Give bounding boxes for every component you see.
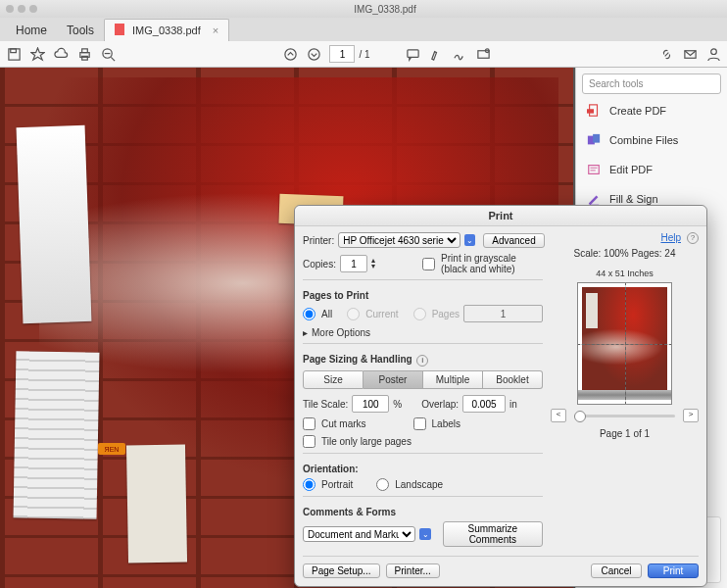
seg-poster[interactable]: Poster (364, 370, 423, 389)
printer-label: Printer: (303, 235, 334, 246)
zoom-out-icon[interactable] (100, 46, 116, 62)
tool-label: Combine Files (609, 134, 678, 146)
copies-input[interactable] (340, 255, 367, 272)
pages-all-label: All (321, 309, 332, 319)
tool-create-pdf[interactable]: Create PDF (582, 98, 721, 123)
search-tools-input[interactable]: Search tools (582, 74, 721, 94)
svg-rect-1 (115, 24, 124, 35)
preview-prev-button[interactable]: < (551, 409, 566, 422)
comment-icon[interactable] (406, 46, 421, 62)
save-icon[interactable] (6, 46, 22, 62)
more-options-label[interactable]: More Options (312, 327, 370, 338)
portrait-label: Portrait (321, 479, 353, 490)
tool-label: Fill & Sign (609, 193, 658, 205)
window-titlebar: IMG_0338.pdf (0, 0, 727, 18)
tool-edit-pdf[interactable]: Edit PDF (582, 157, 721, 182)
page-up-icon[interactable] (282, 46, 298, 62)
seg-multiple[interactable]: Multiple (423, 370, 483, 389)
svg-point-10 (285, 48, 296, 59)
person-icon[interactable] (705, 46, 721, 62)
cutmarks-label: Cut marks (321, 418, 366, 429)
min-dot[interactable] (18, 5, 25, 13)
star-icon[interactable] (29, 46, 45, 62)
page-total: / 1 (359, 49, 369, 60)
email-icon[interactable] (682, 46, 698, 62)
window-title: IMG_0338.pdf (354, 4, 415, 15)
print-icon[interactable] (76, 46, 92, 62)
help-info-icon[interactable]: ? (687, 232, 699, 244)
page-down-icon[interactable] (306, 46, 321, 62)
sizing-segment: Size Poster Multiple Booklet (303, 370, 543, 389)
svg-rect-21 (589, 166, 600, 174)
info-icon[interactable]: i (416, 355, 428, 367)
overlap-input[interactable] (462, 395, 506, 413)
tab-close-icon[interactable]: × (213, 24, 218, 36)
window-controls[interactable] (6, 5, 37, 13)
preview-slider[interactable] (574, 415, 675, 417)
menu-home[interactable]: Home (6, 20, 57, 41)
dialog-footer: Page Setup... Printer... Cancel Print (295, 559, 706, 586)
comments-chevron-icon[interactable]: ⌄ (419, 528, 431, 540)
cancel-button[interactable]: Cancel (591, 564, 642, 578)
copies-label: Copies: (303, 259, 336, 270)
graffiti-tag: ЯEN (98, 443, 125, 455)
svg-rect-5 (81, 48, 87, 52)
page-sizing-title: Page Sizing & Handling i (303, 354, 543, 367)
pages-current-radio (347, 308, 360, 320)
cloud-icon[interactable] (53, 46, 69, 62)
summarize-comments-button[interactable]: Summarize Comments (443, 521, 543, 547)
pages-range-input (463, 305, 543, 322)
percent-label: % (393, 399, 402, 410)
advanced-button[interactable]: Advanced (483, 233, 544, 248)
svg-point-16 (710, 48, 716, 54)
labels-checkbox[interactable] (413, 417, 426, 430)
link-icon[interactable] (658, 46, 674, 62)
tab-bar: Home Tools IMG_0338.pdf × (0, 18, 727, 41)
svg-rect-20 (593, 134, 600, 143)
svg-rect-3 (10, 48, 16, 52)
landscape-radio[interactable] (376, 478, 389, 491)
labels-label: Labels (432, 418, 460, 429)
stamp-icon[interactable] (476, 46, 492, 62)
close-dot[interactable] (6, 5, 14, 13)
highlight-icon[interactable] (429, 46, 445, 62)
grayscale-checkbox[interactable] (422, 258, 435, 270)
tileonly-checkbox[interactable] (303, 435, 315, 448)
cutmarks-checkbox[interactable] (303, 417, 315, 430)
comments-select[interactable]: Document and Markups (303, 526, 415, 542)
pages-range-radio (413, 308, 426, 320)
print-button[interactable]: Print (648, 564, 699, 578)
max-dot[interactable] (29, 5, 37, 13)
preview-next-button[interactable]: > (683, 409, 699, 422)
portrait-radio[interactable] (303, 478, 315, 491)
tile-scale-input[interactable] (352, 395, 389, 413)
print-dialog: Print Printer: HP Officejet 4630 series … (294, 205, 707, 587)
tool-label: Create PDF (609, 105, 666, 117)
pages-current-label: Current (365, 309, 398, 319)
sign-icon[interactable] (453, 46, 468, 62)
combine-files-icon (586, 132, 602, 148)
page-number-input[interactable] (329, 45, 355, 63)
pages-range-label: Pages (432, 309, 460, 319)
preview-page-label: Page 1 of 1 (551, 428, 699, 439)
svg-rect-6 (81, 56, 87, 60)
edit-pdf-icon (586, 162, 602, 177)
menu-tools[interactable]: Tools (57, 20, 104, 41)
grayscale-label: Print in grayscale (black and white) (441, 253, 543, 274)
tool-label: Edit PDF (609, 164, 653, 175)
page-setup-button[interactable]: Page Setup... (303, 564, 380, 578)
help-link[interactable]: Help (660, 232, 681, 244)
pages-all-radio[interactable] (303, 308, 315, 320)
orientation-title: Orientation: (303, 464, 543, 474)
pages-to-print-title: Pages to Print (303, 290, 543, 301)
printer-chevron-icon[interactable]: ⌄ (464, 234, 475, 246)
seg-size[interactable]: Size (303, 370, 364, 389)
document-tab[interactable]: IMG_0338.pdf × (104, 19, 229, 41)
seg-booklet[interactable]: Booklet (483, 370, 543, 389)
overlap-unit: in (509, 399, 517, 410)
copies-stepper-icon[interactable]: ▴▾ (371, 258, 375, 270)
printer-settings-button[interactable]: Printer... (386, 564, 440, 578)
tool-combine-files[interactable]: Combine Files (582, 127, 721, 153)
disclosure-icon[interactable]: ▸ (303, 327, 308, 338)
printer-select[interactable]: HP Officejet 4630 series (338, 232, 460, 248)
